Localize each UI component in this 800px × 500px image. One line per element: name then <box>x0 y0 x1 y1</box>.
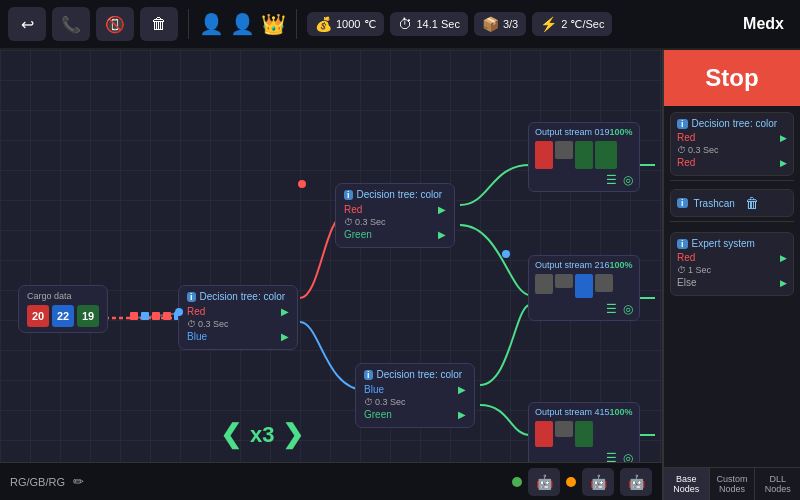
rp-bottom-tabs: BaseNodes CustomNodes DLLNodes <box>664 467 800 500</box>
x3-indicator: ❮ x3 ❯ <box>220 419 304 450</box>
tab-base-label: BaseNodes <box>673 474 699 494</box>
coins-badge: 💰 1000 ℃ <box>307 12 384 36</box>
node2-time-row: ⏱ 0.3 Sec <box>187 319 289 329</box>
cargo-item-red: 20 <box>27 305 49 327</box>
rp-expert-timer-icon: ⏱ <box>677 265 686 275</box>
rp-expert-row2: Else ▶ <box>677 277 787 288</box>
os2-stack-icon[interactable]: ☰ <box>606 302 617 316</box>
node3-title: i Decision tree: color <box>364 369 466 380</box>
output-stream-4[interactable]: Output stream 4 15 100% ☰ ◎ <box>528 402 640 470</box>
rate-value: 2 ℃/Sec <box>561 18 604 31</box>
rate-icon: ⚡ <box>540 16 557 32</box>
rp-expert-title: i Expert system <box>677 238 787 249</box>
coin-symbol: ℃ <box>364 18 376 31</box>
os0-bar-green <box>575 141 593 169</box>
tab-custom-nodes[interactable]: CustomNodes <box>710 468 756 500</box>
cargo-items: 20 22 19 <box>27 305 99 327</box>
node3-info-badge: i <box>364 370 373 380</box>
node1-time-row: ⏱ 0.3 Sec <box>344 217 446 227</box>
rp-divider2 <box>670 221 794 222</box>
end-call-button[interactable]: 📵 <box>96 7 134 41</box>
rp-trashcan-icon: 🗑 <box>745 195 759 211</box>
node1-row2: Green ▶ <box>344 229 446 240</box>
coins-value: 1000 <box>336 18 360 30</box>
rp-expert-row1: Red ▶ <box>677 252 787 263</box>
os4-bar-red <box>535 421 553 447</box>
tab-dll-nodes[interactable]: DLLNodes <box>755 468 800 500</box>
decision-node-2[interactable]: i Decision tree: color Red ▶ ⏱ 0.3 Sec B… <box>178 285 298 350</box>
output-stream-0[interactable]: Output stream 0 19 100% ☰ ◎ <box>528 122 640 192</box>
phone-icon: 📞 <box>61 15 81 34</box>
tab-base-nodes[interactable]: BaseNodes <box>664 468 710 500</box>
back-icon: ↩ <box>21 15 34 34</box>
decision-node-3[interactable]: i Decision tree: color Blue ▶ ⏱ 0.3 Sec … <box>355 363 475 428</box>
os0-header: Output stream 0 19 100% <box>535 127 633 137</box>
tab-custom-label: CustomNodes <box>717 474 748 494</box>
os4-header: Output stream 4 15 100% <box>535 407 633 417</box>
decision-node-1[interactable]: i Decision tree: color Red ▶ ⏱ 0.3 Sec G… <box>335 183 455 248</box>
canvas-area[interactable]: Cargo data 20 22 19 i Decision tree: col… <box>0 50 662 500</box>
right-panel: Stop i Decision tree: color Red ▶ ⏱ 0.3 … <box>662 50 800 500</box>
rp-trashcan-badge: i <box>677 198 688 208</box>
os2-header: Output stream 2 16 100% <box>535 260 633 270</box>
os0-bars <box>535 141 633 169</box>
rp-node-row2: Red ▶ <box>677 157 787 168</box>
trash-button[interactable]: 🗑 <box>140 7 178 41</box>
cargo-title: Cargo data <box>27 291 99 301</box>
node2-title: i Decision tree: color <box>187 291 289 302</box>
fraction-badge: 📦 3/3 <box>474 12 526 36</box>
node1-row1: Red ▶ <box>344 204 446 215</box>
separator <box>188 9 189 39</box>
rp-expert-arrow2: ▶ <box>780 278 787 288</box>
tab-dll-label: DLLNodes <box>765 474 791 494</box>
rp-node-row1: Red ▶ <box>677 132 787 143</box>
os2-footer: ☰ ◎ <box>535 302 633 316</box>
back-button[interactable]: ↩ <box>8 7 46 41</box>
edit-icon[interactable]: ✏ <box>73 474 84 489</box>
cargo-item-green: 19 <box>77 305 99 327</box>
avatar2-icon: 👤 <box>230 12 255 36</box>
rp-expert-time: ⏱ 1 Sec <box>677 265 787 275</box>
node3-out-bottom: ▶ <box>458 409 466 420</box>
output-stream-2[interactable]: Output stream 2 16 100% ☰ ◎ <box>528 255 640 321</box>
rp-expert-node[interactable]: i Expert system Red ▶ ⏱ 1 Sec Else ▶ <box>670 232 794 296</box>
os4-bar-gray <box>555 421 573 437</box>
rp-expert-arrow1: ▶ <box>780 253 787 263</box>
os0-bar-red <box>535 141 553 169</box>
username: Medx <box>743 15 784 33</box>
rp-arrow2: ▶ <box>780 158 787 168</box>
os2-bar-gray3 <box>595 274 613 292</box>
robot-icon-btn-1[interactable]: 🤖 <box>528 468 560 496</box>
node2-info-badge: i <box>187 292 196 302</box>
phone-down-icon: 📵 <box>105 15 125 34</box>
os0-stack-icon[interactable]: ☰ <box>606 173 617 187</box>
avatar3-icon: 👑 <box>261 12 286 36</box>
rp-decision-title: i Decision tree: color <box>677 118 787 129</box>
node1-out-bottom: ▶ <box>438 229 446 240</box>
robot-icon-btn-2[interactable]: 🤖 <box>582 468 614 496</box>
rp-decision-node[interactable]: i Decision tree: color Red ▶ ⏱ 0.3 Sec R… <box>670 112 794 176</box>
os2-bar-blue <box>575 274 593 298</box>
node2-out-top: ▶ <box>281 306 289 317</box>
node3-row1: Blue ▶ <box>364 384 466 395</box>
stop-button[interactable]: Stop <box>664 50 800 106</box>
os0-target-icon[interactable]: ◎ <box>623 173 633 187</box>
route-label: RG/GB/RG <box>10 476 65 488</box>
conn-dot-1 <box>298 180 306 188</box>
call-button[interactable]: 📞 <box>52 7 90 41</box>
time-icon: ⏱ <box>398 16 412 32</box>
node2-row2: Blue ▶ <box>187 331 289 342</box>
x3-chevron-right: ❯ <box>282 419 304 450</box>
time-badge: ⏱ 14.1 Sec <box>390 12 467 36</box>
rp-divider1 <box>670 180 794 181</box>
os4-bars <box>535 421 633 447</box>
node1-title: i Decision tree: color <box>344 189 446 200</box>
rp-trashcan-node[interactable]: i Trashcan 🗑 <box>670 189 794 217</box>
top-bar: ↩ 📞 📵 🗑 👤 👤 👑 💰 1000 ℃ ⏱ 14.1 Sec 📦 3/3 … <box>0 0 800 50</box>
rp-expert-badge: i <box>677 239 688 249</box>
os2-bar-gray <box>535 274 553 294</box>
robot-icon-btn-3[interactable]: 🤖 <box>620 468 652 496</box>
conn-dot-3 <box>175 308 183 316</box>
os2-target-icon[interactable]: ◎ <box>623 302 633 316</box>
cargo-node[interactable]: Cargo data 20 22 19 <box>18 285 108 333</box>
